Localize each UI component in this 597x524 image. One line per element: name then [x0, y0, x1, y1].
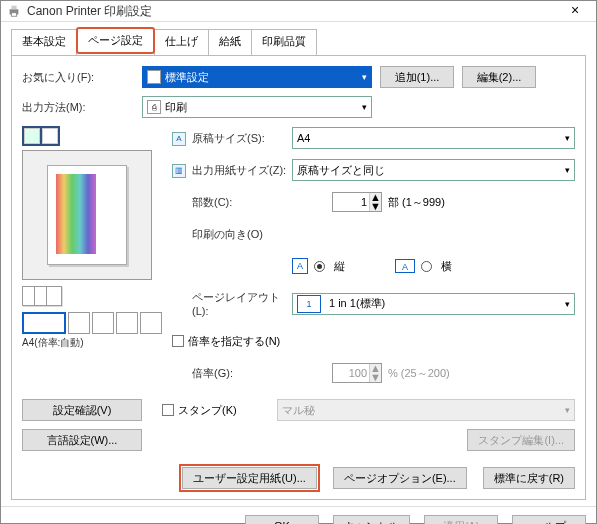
- spin-down[interactable]: ▼: [370, 202, 381, 211]
- orientation-label: 印刷の向き(O): [172, 227, 292, 242]
- copies-input[interactable]: 1 ▲▼: [332, 192, 382, 212]
- radio-landscape[interactable]: [421, 261, 432, 272]
- tab-basic[interactable]: 基本設定: [11, 29, 77, 56]
- scale-label: 倍率(G):: [172, 366, 292, 381]
- chevron-down-icon: ▾: [565, 299, 570, 309]
- print-icon: ⎙: [147, 100, 161, 114]
- chevron-down-icon: ▾: [362, 72, 367, 82]
- preview-tab-printer[interactable]: [42, 128, 58, 144]
- layout-label: ページレイアウト(L):: [172, 290, 292, 317]
- chevron-down-icon: ▾: [565, 165, 570, 175]
- tab-finishing[interactable]: 仕上げ: [154, 29, 209, 56]
- output-method-value: 印刷: [165, 100, 187, 115]
- scale-checkbox[interactable]: [172, 335, 184, 347]
- favorite-edit-button[interactable]: 編集(2)...: [462, 66, 536, 88]
- layout-select[interactable]: 1 1 in 1(標準) ▾: [292, 293, 575, 315]
- page-options-button[interactable]: ページオプション(E)...: [333, 467, 467, 489]
- confirm-settings-button[interactable]: 設定確認(V): [22, 399, 142, 421]
- language-settings-button[interactable]: 言語設定(W)...: [22, 429, 142, 451]
- tab-page-content: お気に入り(F): ▦ 標準設定 ▾ 追加(1)... 編集(2)... 出力方…: [11, 55, 586, 500]
- dialog-buttons: OK キャンセル 適用(A) ヘルプ: [1, 506, 596, 524]
- scale-input: 100 ▲▼: [332, 363, 382, 383]
- close-button[interactable]: ×: [560, 1, 590, 21]
- tab-bar: 基本設定 ページ設定 仕上げ 給紙 印刷品質: [1, 22, 596, 55]
- cancel-button[interactable]: キャンセル: [333, 515, 410, 524]
- user-paper-button[interactable]: ユーザー設定用紙(U)...: [182, 467, 316, 489]
- layout-thumb-1[interactable]: [22, 312, 66, 334]
- tab-paper-source[interactable]: 給紙: [208, 29, 252, 56]
- print-settings-dialog: Canon Printer 印刷設定 × 基本設定 ページ設定 仕上げ 給紙 印…: [0, 0, 597, 524]
- stamp-select: マル秘 ▾: [277, 399, 575, 421]
- output-size-value: 原稿サイズと同じ: [297, 163, 385, 178]
- chevron-down-icon: ▾: [565, 133, 570, 143]
- tab-quality[interactable]: 印刷品質: [251, 29, 317, 56]
- scale-checkbox-label: 倍率を指定する(N): [188, 334, 280, 349]
- svg-rect-2: [11, 13, 16, 17]
- copies-label: 部数(C):: [172, 195, 292, 210]
- layout-value: 1 in 1(標準): [329, 296, 385, 311]
- orientation-landscape[interactable]: A 横: [395, 259, 452, 274]
- chevron-down-icon: ▾: [565, 405, 570, 415]
- favorite-select[interactable]: ▦ 標準設定 ▾: [142, 66, 372, 88]
- preview-label: A4(倍率:自動): [22, 336, 162, 350]
- layout-thumb-3[interactable]: [92, 312, 114, 334]
- page-size-value: A4: [297, 132, 310, 144]
- stamp-checkbox[interactable]: [162, 404, 174, 416]
- restore-defaults-button[interactable]: 標準に戻す(R): [483, 467, 575, 489]
- layout-icon: 1: [297, 295, 321, 313]
- page-size-select[interactable]: A4 ▾: [292, 127, 575, 149]
- output-size-label: ▥出力用紙サイズ(Z):: [172, 163, 292, 178]
- stamp-label: スタンプ(K): [178, 403, 237, 418]
- output-size-select[interactable]: 原稿サイズと同じ ▾: [292, 159, 575, 181]
- radio-portrait[interactable]: [314, 261, 325, 272]
- stamp-edit-button: スタンプ編集(I)...: [467, 429, 575, 451]
- help-button[interactable]: ヘルプ: [512, 515, 586, 524]
- scale-suffix: % (25～200): [388, 366, 450, 381]
- favorite-label: お気に入り(F):: [22, 70, 142, 85]
- preview-tab-doc[interactable]: [24, 128, 40, 144]
- titlebar: Canon Printer 印刷設定 ×: [1, 1, 596, 22]
- out-page-icon: ▥: [172, 164, 186, 178]
- dialog-title: Canon Printer 印刷設定: [27, 3, 560, 20]
- layout-thumb-4[interactable]: [116, 312, 138, 334]
- doc-icon: ▦: [147, 70, 161, 84]
- layout-thumb-2[interactable]: [68, 312, 90, 334]
- preview-box: [22, 150, 152, 280]
- copies-suffix: 部 (1～999): [388, 195, 445, 210]
- favorite-add-button[interactable]: 追加(1)...: [380, 66, 454, 88]
- preview-stack-icon: [22, 286, 162, 306]
- ok-button[interactable]: OK: [245, 515, 319, 524]
- portrait-icon: A: [292, 258, 308, 274]
- svg-rect-1: [11, 6, 16, 10]
- page-icon: A: [172, 132, 186, 146]
- page-size-label: A原稿サイズ(S):: [172, 131, 292, 146]
- preview-panel: A4(倍率:自動): [22, 126, 162, 350]
- stamp-value: マル秘: [282, 403, 315, 418]
- layout-thumb-5[interactable]: [140, 312, 162, 334]
- favorite-value: 標準設定: [165, 70, 209, 85]
- preview-document: [47, 165, 127, 265]
- landscape-icon: A: [395, 259, 415, 273]
- apply-button: 適用(A): [424, 515, 498, 524]
- tab-page-setup[interactable]: ページ設定: [76, 27, 155, 54]
- output-method-label: 出力方法(M):: [22, 100, 142, 115]
- orientation-portrait[interactable]: A 縦: [292, 258, 345, 274]
- printer-icon: [7, 4, 21, 18]
- chevron-down-icon: ▾: [362, 102, 367, 112]
- output-method-select[interactable]: ⎙ 印刷 ▾: [142, 96, 372, 118]
